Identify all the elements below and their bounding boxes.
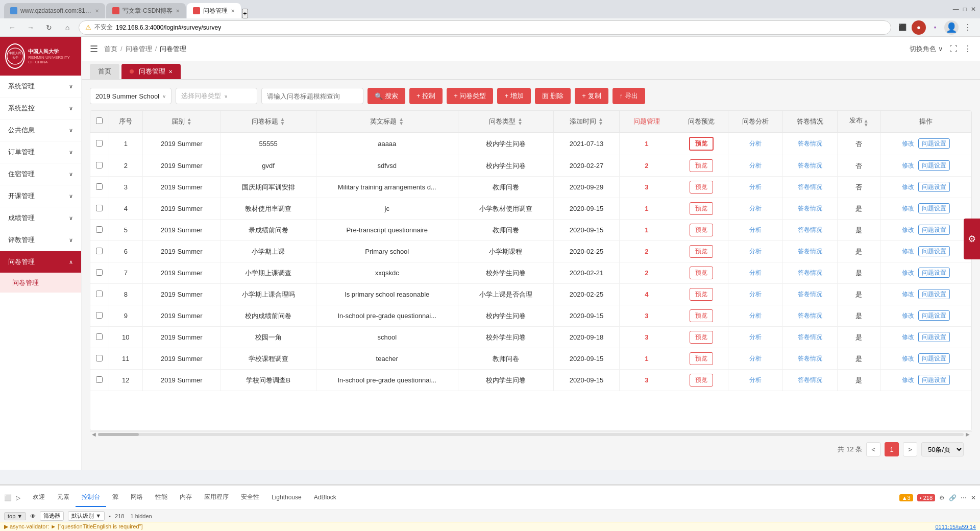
console-source-link[interactable]: 0111:15/ta59:14 (935, 524, 976, 530)
sidebar-item-order-mgmt[interactable]: 订单管理 ∨ (0, 141, 81, 163)
analysis-link[interactable]: 分析 (749, 376, 762, 383)
devtools-tab-application[interactable]: 应用程序 (198, 489, 235, 507)
devtools-icon-1[interactable]: ⬜ (4, 494, 12, 501)
switch-role-button[interactable]: 切换角色 ∨ (910, 44, 943, 54)
sidebar-item-grade-mgmt[interactable]: 成绩管理 ∨ (0, 207, 81, 229)
copy-button[interactable]: + 复制 (575, 88, 608, 104)
breadcrumb-survey[interactable]: 问卷管理 (126, 44, 152, 54)
analysis-link[interactable]: 分析 (749, 183, 762, 190)
scroll-left-arrow[interactable]: ◀ (92, 431, 96, 437)
fullscreen-button[interactable]: ⛶ (949, 44, 958, 54)
devtools-tab-security[interactable]: 安全性 (235, 489, 265, 507)
export-button[interactable]: ↑ 导出 (612, 88, 645, 104)
edit-link[interactable]: 修改 (902, 226, 914, 233)
preview-button[interactable]: 预览 (690, 331, 713, 344)
top-select[interactable]: top ▼ (4, 512, 26, 520)
edit-link[interactable]: 修改 (902, 333, 914, 341)
preview-button[interactable]: 预览 (689, 137, 714, 151)
message-icon[interactable]: ▪ (109, 513, 111, 519)
row-checkbox[interactable] (96, 312, 103, 319)
edit-link[interactable]: 修改 (902, 376, 914, 383)
analysis-link[interactable]: 分析 (749, 291, 762, 298)
page-next-button[interactable]: > (903, 442, 917, 456)
delete-button[interactable]: 面 删除 (535, 88, 571, 104)
preview-button[interactable]: 预览 (690, 224, 713, 236)
row-checkbox[interactable] (96, 162, 103, 168)
default-level-select[interactable]: 默认级别 ▼ (68, 511, 105, 521)
extension-btn-1[interactable]: ⬛ (895, 20, 910, 35)
analysis-link[interactable]: 分析 (749, 226, 762, 233)
devtools-tab-console[interactable]: 控制台 (76, 489, 106, 507)
row-checkbox[interactable] (96, 376, 103, 383)
devtools-icon-2[interactable]: ▷ (16, 494, 20, 501)
hamburger-icon[interactable]: ☰ (90, 43, 98, 55)
answers-link[interactable]: 答卷情况 (798, 248, 822, 255)
preview-button[interactable]: 预览 (690, 202, 713, 215)
answers-link[interactable]: 答卷情况 (798, 162, 822, 169)
analysis-link[interactable]: 分析 (749, 248, 762, 255)
settings-link[interactable]: 问题设置 (918, 268, 950, 278)
analysis-link[interactable]: 分析 (749, 333, 762, 341)
settings-link[interactable]: 问题设置 (918, 225, 950, 235)
control-button[interactable]: + 控制 (409, 88, 443, 104)
type-button[interactable]: + 问卷类型 (447, 88, 493, 104)
settings-link[interactable]: 问题设置 (918, 160, 950, 171)
close-tab-2[interactable]: ✕ (176, 8, 180, 14)
analysis-link[interactable]: 分析 (749, 140, 762, 147)
edit-link[interactable]: 修改 (902, 183, 914, 190)
close-tab-3[interactable]: ✕ (231, 8, 235, 14)
row-checkbox[interactable] (96, 248, 103, 254)
answers-link[interactable]: 答卷情况 (798, 355, 822, 362)
edit-link[interactable]: 修改 (902, 269, 914, 276)
sidebar-item-accommodation[interactable]: 住宿管理 ∨ (0, 163, 81, 185)
devtools-tab-adblock[interactable]: AdBlock (308, 489, 342, 507)
devtools-tab-welcome[interactable]: 欢迎 (27, 489, 51, 507)
row-checkbox[interactable] (96, 333, 103, 340)
page-prev-button[interactable]: < (866, 442, 880, 456)
sidebar-item-course-mgmt[interactable]: 开课管理 ∨ (0, 185, 81, 207)
edit-link[interactable]: 修改 (902, 355, 914, 362)
close-tab-survey[interactable]: ✕ (168, 69, 173, 75)
horizontal-scrollbar[interactable]: ◀ ▶ (90, 431, 972, 437)
analysis-link[interactable]: 分析 (749, 312, 762, 319)
devtools-tab-lighthouse[interactable]: Lighthouse (265, 489, 308, 507)
settings-link[interactable]: 问题设置 (918, 310, 950, 321)
row-checkbox[interactable] (96, 291, 103, 297)
refresh-button[interactable]: ↻ (42, 20, 56, 35)
analysis-link[interactable]: 分析 (749, 269, 762, 276)
settings-link[interactable]: 问题设置 (918, 353, 950, 364)
page-size-select[interactable]: 50条/页 (921, 442, 964, 456)
edit-link[interactable]: 修改 (902, 312, 914, 319)
search-input[interactable] (261, 88, 363, 104)
answers-link[interactable]: 答卷情况 (798, 333, 822, 341)
scroll-right-arrow[interactable]: ▶ (966, 431, 970, 437)
edit-link[interactable]: 修改 (902, 248, 914, 255)
scroll-thumb[interactable] (98, 433, 139, 436)
settings-link[interactable]: 问题设置 (918, 203, 950, 213)
row-checkbox[interactable] (96, 355, 103, 361)
sidebar-item-survey-mgmt[interactable]: 问卷管理 ∧ (0, 251, 81, 273)
breadcrumb-home[interactable]: 首页 (104, 44, 117, 54)
devtools-more-icon[interactable]: ⋯ (961, 494, 967, 501)
answers-link[interactable]: 答卷情况 (798, 269, 822, 276)
browser-tab-3[interactable]: 问卷管理 ✕ (187, 3, 241, 18)
sidebar-item-public-info[interactable]: 公共信息 ∨ (0, 119, 81, 141)
filter-button[interactable]: 筛选器 (40, 511, 64, 521)
preview-button[interactable]: 预览 (690, 245, 713, 258)
search-button[interactable]: 🔍 搜索 (368, 88, 405, 104)
more-options-button[interactable]: ⋮ (964, 44, 972, 54)
sidebar-item-system-monitor[interactable]: 系统监控 ∨ (0, 98, 81, 119)
devtools-close-icon[interactable]: ✕ (971, 494, 976, 501)
devtools-tab-memory[interactable]: 内存 (174, 489, 198, 507)
devtools-tab-elements[interactable]: 元素 (51, 489, 76, 507)
edit-link[interactable]: 修改 (902, 291, 914, 298)
settings-link[interactable]: 问题设置 (918, 332, 950, 342)
row-checkbox[interactable] (96, 226, 103, 233)
row-checkbox[interactable] (96, 140, 103, 147)
row-checkbox[interactable] (96, 205, 103, 211)
address-bar[interactable]: ⚠ 不安全 (79, 20, 891, 35)
new-tab-button[interactable]: + (242, 9, 248, 18)
settings-link[interactable]: 问题设置 (918, 138, 950, 149)
preview-button[interactable]: 预览 (690, 159, 713, 172)
home-button[interactable]: ⌂ (60, 20, 75, 35)
